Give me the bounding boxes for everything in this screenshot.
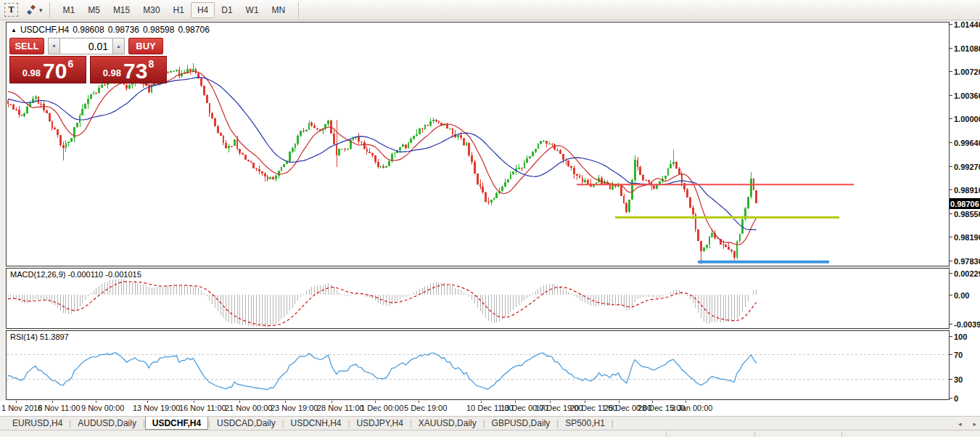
time-tick	[52, 401, 53, 403]
top-toolbar: T ▾ M1M5M15M30H1H4D1W1MN	[0, 0, 980, 20]
sell-price-pip: 6	[67, 58, 73, 70]
chart-tab-usdjpy-h4[interactable]: USDJPY,H4	[350, 417, 409, 430]
chart-tab-usdcnh-h4[interactable]: USDCNH,H4	[284, 417, 348, 430]
price-axis-label: 1.01080	[950, 44, 980, 53]
toolbar-grip	[49, 3, 50, 17]
ohlc-low: 0.98598	[143, 25, 174, 35]
buy-price-big: 73	[123, 62, 147, 81]
price-axis[interactable]: 0.98706 1.014401.010801.007201.003601.00…	[950, 22, 980, 416]
time-axis-label: 5 Dec 19:00	[404, 404, 447, 412]
time-tick	[285, 401, 286, 403]
volume-increase-button[interactable]: ▲	[112, 38, 125, 54]
rsi-indicator-pane[interactable]: RSI(14) 51.3897	[6, 330, 950, 400]
time-axis-label: 1 Dec 00:00	[361, 404, 403, 412]
time-axis-label: 9 Nov 00:00	[81, 404, 124, 412]
buy-price-pip: 8	[148, 58, 154, 70]
text-tool-icon: T	[4, 3, 18, 17]
time-axis-label: 1 Nov 2018	[1, 404, 42, 412]
time-tick	[550, 401, 551, 403]
ohlc-high: 0.98736	[108, 25, 139, 35]
time-tick	[515, 401, 516, 403]
chart-tab-usdcad-daily[interactable]: USDCAD,Daily	[210, 417, 282, 430]
rsi-axis-label: 0	[950, 393, 958, 403]
chart-title: ▲ USDCHF,H4 0.98608 0.98736 0.98598 0.98…	[11, 25, 210, 35]
chart-symbol-label: USDCHF,H4	[20, 25, 69, 35]
macd-axis-label: -0.003904	[950, 319, 980, 329]
time-tick	[16, 401, 17, 403]
time-tick	[332, 401, 332, 403]
arrows-dropdown-caret-icon[interactable]: ▾	[39, 7, 43, 14]
timeframe-button-d1[interactable]: D1	[215, 2, 239, 18]
collapse-trade-panel-icon[interactable]: ▲	[11, 27, 17, 33]
volume-stepper: ▼ 0.01 ▲	[48, 38, 125, 54]
time-tick	[652, 401, 653, 403]
time-axis-label: 21 Nov 00:00	[225, 404, 272, 412]
buy-price-tile[interactable]: 0.98 73 8	[90, 56, 167, 83]
chart-tab-audusd-daily[interactable]: AUDUSD,Daily	[71, 417, 143, 430]
time-tick	[147, 401, 148, 403]
price-axis-label: 0.97830	[950, 256, 980, 266]
rsi-axis-label: 30	[950, 375, 963, 384]
down-arrow-icon: ▼	[52, 44, 57, 49]
price-axis-label: 0.99640	[950, 138, 980, 147]
volume-decrease-button[interactable]: ▼	[48, 38, 60, 54]
timeframe-button-w1[interactable]: W1	[239, 2, 265, 18]
timeframe-button-h4[interactable]: H4	[191, 2, 215, 18]
time-tick	[194, 401, 194, 403]
price-axis-label: 0.98550	[950, 209, 980, 218]
timeframe-button-m30[interactable]: M30	[136, 2, 166, 18]
time-axis-label: 16 Nov 11:00	[179, 404, 226, 412]
price-axis-label: 0.99270	[950, 162, 980, 171]
time-tick	[239, 401, 240, 403]
macd-axis-label: 0.00	[950, 290, 969, 300]
tab-scroll-left-icon[interactable]: ◂	[958, 420, 962, 428]
timeframe-button-h1[interactable]: H1	[167, 2, 191, 18]
time-tick	[375, 401, 376, 403]
rsi-axis-label: 70	[950, 350, 963, 359]
macd-axis-label: 0.002297	[950, 269, 980, 278]
macd-indicator-pane[interactable]: MACD(12,26,9) -0.000110 -0.001015	[6, 268, 950, 329]
sell-price-big: 70	[43, 62, 67, 81]
time-axis-label: 3 Jan 00:00	[671, 404, 713, 412]
tab-scroll-arrows: ◂ ▸	[958, 417, 976, 430]
timeframe-button-m1[interactable]: M1	[57, 2, 82, 18]
chart-tab-usdchf-h4[interactable]: USDCHF,H4	[145, 417, 208, 430]
volume-input[interactable]: 0.01	[60, 38, 112, 54]
text-tool-button[interactable]: T	[0, 2, 18, 18]
price-chart-pane[interactable]: ▲ USDCHF,H4 0.98608 0.98736 0.98598 0.98…	[6, 22, 950, 266]
price-axis-label: 0.98910	[950, 185, 980, 195]
current-price-badge: 0.98706	[950, 198, 980, 209]
ohlc-close: 0.98706	[178, 25, 209, 35]
sell-price-tile[interactable]: 0.98 70 6	[9, 56, 86, 83]
time-tick	[419, 401, 419, 403]
rsi-axis-label: 100	[950, 332, 967, 341]
chart-tab-xauusd-daily[interactable]: XAUUSD,Daily	[412, 417, 483, 430]
price-axis-label: 1.00720	[950, 67, 980, 76]
arrow-objects-tool-button[interactable]: ▾	[25, 2, 43, 18]
ohlc-open: 0.98608	[73, 25, 104, 35]
chart-tab-eurusd-h4[interactable]: EURUSD,H4	[6, 417, 69, 430]
tab-scroll-right-icon[interactable]: ▸	[973, 420, 976, 428]
timeframe-button-mn[interactable]: MN	[265, 2, 292, 18]
timeframe-button-m15[interactable]: M15	[107, 2, 136, 18]
sell-button[interactable]: SELL	[9, 38, 44, 54]
timeframe-button-m5[interactable]: M5	[81, 2, 107, 18]
timeframe-button-group: M1M5M15M30H1H4D1W1MN	[57, 0, 292, 20]
time-axis-label: 6 Nov 11:00	[38, 404, 81, 412]
buy-button[interactable]: BUY	[128, 38, 163, 54]
chart-tab-sp500-h1[interactable]: SP500,H1	[559, 417, 612, 430]
arrow-objects-icon	[25, 4, 37, 16]
rsi-label: RSI(14) 51.3897	[10, 332, 69, 341]
macd-label: MACD(12,26,9) -0.000110 -0.001015	[10, 270, 141, 279]
time-tick	[96, 401, 96, 403]
toolbar-grip-2	[298, 3, 299, 17]
time-tick	[481, 401, 482, 403]
buy-price-prefix: 0.98	[103, 68, 121, 78]
price-axis-label: 1.01440	[950, 20, 980, 29]
chart-tab-gbpusd-daily[interactable]: GBPUSD,Daily	[485, 417, 557, 430]
time-axis-label: 28 Nov 11:00	[317, 404, 364, 412]
price-axis-label: 1.00000	[950, 114, 980, 123]
price-axis-label: 0.98190	[950, 232, 980, 242]
time-axis[interactable]: 1 Nov 20186 Nov 11:009 Nov 00:0013 Nov 1…	[0, 401, 950, 416]
time-tick	[619, 401, 619, 403]
